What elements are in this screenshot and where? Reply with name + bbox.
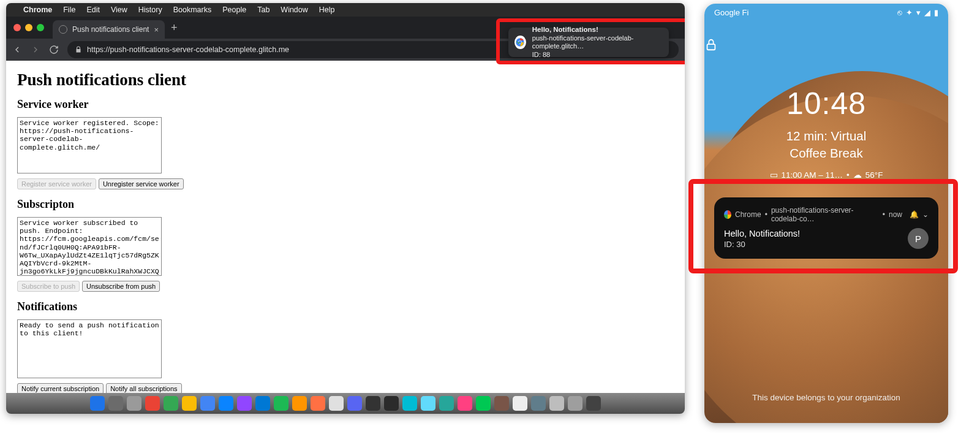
forward-button[interactable] [31, 45, 40, 55]
dock-app-icon[interactable] [531, 396, 546, 411]
battery-icon: ▮ [934, 8, 938, 17]
cast-icon: ⎋ [897, 8, 902, 17]
page-title: Push notifications client [17, 70, 674, 90]
url-text: https://push-notifications-server-codela… [87, 45, 289, 54]
vibrate-icon: ✦ [906, 8, 913, 17]
menu-view[interactable]: View [111, 6, 127, 14]
back-button[interactable] [12, 45, 22, 55]
menu-help[interactable]: Help [319, 6, 335, 14]
menu-bookmarks[interactable]: Bookmarks [173, 6, 212, 14]
cloud-icon: ☁ [853, 170, 862, 180]
event-time: 11:00 AM – 11… [782, 170, 843, 180]
subscription-textarea[interactable] [17, 217, 162, 276]
macos-dock [6, 393, 685, 414]
calendar-event: 12 min: Virtual Coffee Break [704, 128, 948, 161]
dock-app-icon[interactable] [402, 396, 417, 411]
macos-chrome-window: Chrome File Edit View History Bookmarks … [6, 3, 685, 414]
window-zoom-button[interactable] [37, 24, 44, 31]
event-line1: 12 min: Virtual [704, 128, 948, 145]
organization-label: This device belongs to your organization [704, 393, 948, 402]
calendar-icon: ▭ [770, 170, 778, 180]
dock-app-icon[interactable] [292, 396, 307, 411]
dock-app-icon[interactable] [311, 396, 325, 411]
menu-tab[interactable]: Tab [257, 6, 270, 14]
lock-icon [704, 38, 948, 51]
dock-app-icon[interactable] [549, 396, 564, 411]
dock-app-icon[interactable] [384, 396, 399, 411]
dock-app-icon[interactable] [237, 396, 252, 411]
notify-current-subscription-button[interactable]: Notify current subscription [17, 383, 104, 393]
dock-app-icon[interactable] [329, 396, 344, 411]
notify-all-subscriptions-button[interactable]: Notify all subscriptions [106, 383, 181, 393]
dock-app-icon[interactable] [366, 396, 380, 411]
window-close-button[interactable] [13, 24, 21, 31]
subscribe-to-push-button[interactable]: Subscribe to push [17, 281, 80, 292]
wifi-icon: ▾ [916, 8, 921, 17]
menubar-appname[interactable]: Chrome [23, 6, 52, 14]
dock-app-icon[interactable] [108, 396, 123, 411]
notifications-textarea[interactable] [17, 319, 162, 378]
menu-edit[interactable]: Edit [86, 6, 100, 14]
service-worker-textarea[interactable] [17, 117, 162, 173]
event-line2: Coffee Break [704, 145, 948, 162]
reload-button[interactable] [49, 45, 59, 55]
menu-people[interactable]: People [222, 6, 246, 14]
annotation-highlight-box [688, 179, 958, 273]
dock-app-icon[interactable] [127, 396, 141, 411]
android-statusbar: Google Fi ⎋ ✦ ▾ ◢ ▮ [704, 4, 948, 21]
dock-app-icon[interactable] [182, 396, 197, 411]
dock-app-icon[interactable] [513, 396, 527, 411]
browser-tab[interactable]: Push notifications client × [53, 20, 165, 39]
dock-app-icon[interactable] [494, 396, 509, 411]
unregister-service-worker-button[interactable]: Unregister service worker [99, 178, 184, 189]
lockscreen-clock: 10:48 [704, 86, 948, 121]
dock-app-icon[interactable] [421, 396, 435, 411]
annotation-highlight-box [496, 18, 685, 64]
dock-app-icon[interactable] [274, 396, 288, 411]
carrier-label: Google Fi [714, 8, 748, 17]
window-minimize-button[interactable] [25, 24, 32, 31]
at-a-glance-line: ▭ 11:00 AM – 11… • ☁ 56°F [704, 170, 948, 180]
temperature: 56°F [865, 170, 883, 180]
page-content: Push notifications client Service worker… [6, 61, 685, 393]
dock-app-icon[interactable] [439, 396, 454, 411]
section-subscription: Subscripton [17, 198, 674, 211]
dock-app-icon[interactable] [255, 396, 270, 411]
menu-window[interactable]: Window [281, 6, 307, 14]
section-notifications: Notifications [17, 300, 674, 313]
menu-file[interactable]: File [63, 6, 75, 14]
globe-icon [59, 25, 67, 34]
dock-app-icon[interactable] [219, 396, 233, 411]
svg-rect-3 [707, 44, 715, 50]
menu-history[interactable]: History [138, 6, 162, 14]
dock-app-icon[interactable] [458, 396, 472, 411]
macos-menubar: Chrome File Edit View History Bookmarks … [6, 3, 685, 17]
dock-app-icon[interactable] [90, 396, 105, 411]
dock-app-icon[interactable] [586, 396, 601, 411]
dock-app-icon[interactable] [568, 396, 582, 411]
window-controls [13, 24, 44, 31]
tab-close-icon[interactable]: × [154, 25, 159, 34]
signal-icon: ◢ [924, 8, 930, 17]
tab-title: Push notifications client [72, 25, 149, 34]
lock-icon [75, 46, 82, 53]
dock-app-icon[interactable] [200, 396, 215, 411]
dock-app-icon[interactable] [476, 396, 491, 411]
dock-app-icon[interactable] [347, 396, 362, 411]
register-service-worker-button[interactable]: Register service worker [17, 178, 96, 189]
dot-separator: • [846, 170, 850, 180]
dock-app-icon[interactable] [164, 396, 178, 411]
new-tab-button[interactable]: + [171, 21, 178, 34]
dock-app-icon[interactable] [145, 396, 160, 411]
unsubscribe-from-push-button[interactable]: Unsubscribe from push [82, 281, 160, 292]
section-service-worker: Service worker [17, 98, 674, 111]
